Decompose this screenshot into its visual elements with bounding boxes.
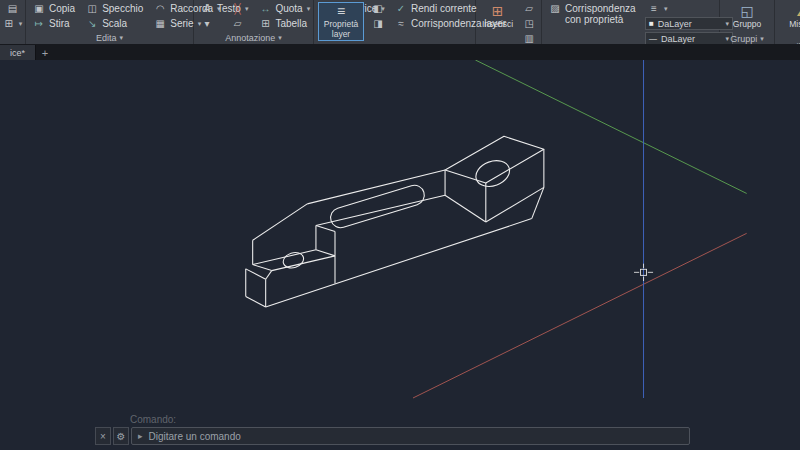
gruppo-label: Gruppo xyxy=(733,20,761,29)
scale-icon: ↘ xyxy=(86,18,98,29)
measure-icon: ∠ xyxy=(796,4,800,19)
tabella-label: Tabella xyxy=(275,18,307,29)
edge-tool-button-2[interactable]: ⊞ ▾ xyxy=(0,17,25,30)
copia-button[interactable]: ▣ Copia xyxy=(30,2,78,15)
gruppo-button[interactable]: ◱ Gruppo xyxy=(724,2,770,32)
layer-on-icon: ◧ xyxy=(372,3,384,14)
rendi-corrente-label: Rendi corrente xyxy=(411,3,477,14)
panel-label-edge xyxy=(0,32,25,44)
autocad-window: ▤ ⊞ ▾ ▣ Copia ↦ Stira xyxy=(0,0,800,450)
drawing-tab-label: ice* xyxy=(10,48,25,58)
quota-button[interactable]: ↔ Quota ▾ xyxy=(256,2,313,15)
panel-proprieta: ▨ Corrispondenza con proprietà ≡ ▾ ■ DaL… xyxy=(542,0,720,44)
edge-tool-button-1[interactable]: ▤ xyxy=(4,2,22,15)
chevron-down-icon: ▾ xyxy=(120,34,124,42)
drawing-tab[interactable]: ice* xyxy=(0,45,36,60)
layer-state-button-2[interactable]: ◨ xyxy=(369,17,387,30)
file-tab-bar: ice* + xyxy=(0,44,800,60)
panel-label-edita[interactable]: Edita ▾ xyxy=(26,32,193,44)
specchio-button[interactable]: ◫ Specchio xyxy=(83,2,146,15)
command-history-text: Comando: xyxy=(130,414,176,425)
wireframe-model xyxy=(0,60,800,450)
y-axis-green xyxy=(475,60,746,193)
ribbon: ▤ ⊞ ▾ ▣ Copia ↦ Stira xyxy=(0,0,800,44)
specchio-label: Specchio xyxy=(102,3,143,14)
stira-button[interactable]: ↦ Stira xyxy=(30,17,78,30)
panel-annotazione: A Testo ▾ ▾ ↔ Quota ▾ ⊞ xyxy=(194,0,314,44)
chevron-down-icon: ▾ xyxy=(278,34,282,42)
tabella-button[interactable]: ⊞ Tabella xyxy=(256,17,313,30)
command-placeholder: Digitare un comando xyxy=(149,431,241,442)
new-tab-button[interactable]: + xyxy=(36,45,54,60)
block-tool-button-2[interactable]: ◳ xyxy=(520,17,538,30)
misura-label: Misura xyxy=(789,20,800,29)
inserisci-label: Inserisci xyxy=(482,20,513,29)
customize-icon[interactable]: ⚙ xyxy=(113,427,129,445)
color-swatch-icon: ■ xyxy=(649,19,654,28)
corrispondenza-proprieta-button[interactable]: ▨ Corrispondenza con proprietà xyxy=(546,2,640,26)
block-create-icon: ▱ xyxy=(523,3,535,14)
play-icon: ▸ xyxy=(138,431,143,441)
array-icon: ▦ xyxy=(154,18,166,29)
corrispondenza-proprieta-label: Corrispondenza con proprietà xyxy=(565,3,637,25)
box-icon: ⊞ xyxy=(3,18,15,29)
panel-label-gruppi[interactable]: Gruppi ▾ xyxy=(720,34,774,44)
close-icon[interactable]: × xyxy=(95,427,111,445)
text-style-icon: ▾ xyxy=(201,18,213,29)
linetype-value: DaLayer xyxy=(661,34,721,44)
inserisci-button[interactable]: ⊞ Inserisci xyxy=(480,2,515,32)
block-edit-icon: ◳ xyxy=(523,18,535,29)
panel-edge-partial: ▤ ⊞ ▾ xyxy=(0,0,26,44)
x-axis-red xyxy=(413,233,747,398)
panel-utilita: ∠ Misura ▾ Utilità ▾ xyxy=(775,0,800,44)
layer-state-button-1[interactable]: ◧ xyxy=(369,2,387,15)
text-style-button[interactable]: ▾ xyxy=(198,17,251,30)
serie-label: Serie xyxy=(170,18,193,29)
table-icon: ⊞ xyxy=(259,18,271,29)
dimension-icon: ↔ xyxy=(259,3,271,14)
drawing-area[interactable]: Comando: × ⚙ ▸ Digitare un comando xyxy=(0,60,800,450)
chevron-down-icon: ▾ xyxy=(245,5,249,13)
stira-label: Stira xyxy=(49,18,70,29)
group-icon: ◱ xyxy=(740,4,753,19)
proprieta-layer-button[interactable]: ≡ Proprietà layer xyxy=(318,2,364,41)
panel-layer: ≡ Proprietà layer ◧ ◨ ✓ Rendi corrente xyxy=(314,0,476,44)
command-input[interactable]: ▸ Digitare un comando xyxy=(131,427,690,445)
text-icon: A xyxy=(201,3,213,14)
block-tool-button-1[interactable]: ▱ xyxy=(520,2,538,15)
quota-label: Quota xyxy=(275,3,302,14)
layer-properties-icon: ≡ xyxy=(337,4,345,19)
color-value: DaLayer xyxy=(658,19,722,29)
copy-icon: ▣ xyxy=(33,3,45,14)
scala-label: Scala xyxy=(102,18,127,29)
block-attrib-icon: ▥ xyxy=(523,33,535,44)
copia-label: Copia xyxy=(49,3,75,14)
list-icon: ≡ xyxy=(648,3,660,14)
make-current-icon: ✓ xyxy=(395,3,407,14)
testo-label: Testo xyxy=(217,3,241,14)
annotazione-label: Annotazione xyxy=(225,33,275,43)
grid-icon: ▤ xyxy=(7,3,19,14)
linetype-icon: — xyxy=(649,34,657,43)
layer-off-icon: ◨ xyxy=(372,18,384,29)
panel-label-annotazione[interactable]: Annotazione ▾ xyxy=(194,32,313,44)
match-properties-icon: ▨ xyxy=(549,3,561,14)
gruppi-label: Gruppi xyxy=(730,34,757,44)
misura-button[interactable]: ∠ Misura ▾ xyxy=(779,2,800,40)
panel-gruppi: ◱ Gruppo Gruppi ▾ xyxy=(720,0,775,44)
command-bar: × ⚙ ▸ Digitare un comando xyxy=(95,427,690,445)
panel-edita: ▣ Copia ↦ Stira ◫ Specchio ↘ Sca xyxy=(26,0,194,44)
stretch-icon: ↦ xyxy=(33,18,45,29)
testo-button[interactable]: A Testo ▾ xyxy=(198,2,251,15)
scala-button[interactable]: ↘ Scala xyxy=(83,17,146,30)
fillet-icon: ◠ xyxy=(154,3,166,14)
edita-label: Edita xyxy=(96,33,117,43)
insert-block-icon: ⊞ xyxy=(492,4,504,19)
proprieta-layer-label: Proprietà layer xyxy=(319,20,363,39)
chevron-down-icon: ▾ xyxy=(760,35,764,43)
panel-blocco: ⊞ Inserisci ▱ ◳ ▥ Blocco ▾ xyxy=(476,0,542,44)
mirror-icon: ◫ xyxy=(86,3,98,14)
chevron-down-icon: ▾ xyxy=(19,20,23,28)
chevron-down-icon: ▾ xyxy=(307,5,311,13)
chevron-down-icon: ▾ xyxy=(664,5,668,13)
